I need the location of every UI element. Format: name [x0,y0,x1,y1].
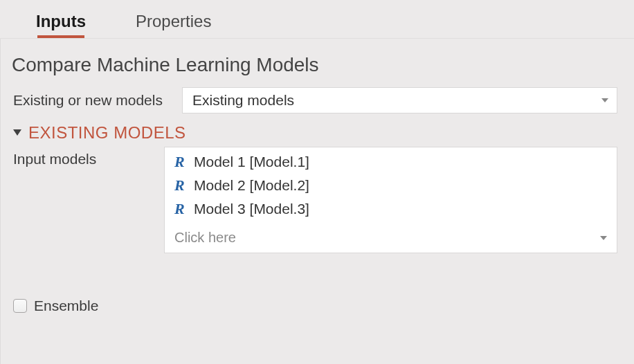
chevron-down-icon [601,98,608,102]
section-existing-models-title: EXISTING MODELS [28,123,186,143]
tab-bar: Inputs Properties [0,0,634,39]
input-model-item[interactable]: R Model 2 [Model.2] [165,174,617,197]
page-title: Compare Machine Learning Models [12,54,617,76]
input-models-add[interactable]: Click here [165,224,617,253]
r-logo-icon: R [174,200,194,218]
ensemble-label: Ensemble [34,298,98,314]
content-area: Compare Machine Learning Models Existing… [0,39,634,364]
ensemble-row: Ensemble [12,298,617,314]
tab-inputs[interactable]: Inputs [32,9,90,38]
input-model-item[interactable]: R Model 1 [Model.1] [165,147,617,174]
input-model-label: Model 1 [Model.1] [194,154,309,170]
input-models-box: R Model 1 [Model.1] R Model 2 [Model.2] … [164,147,617,253]
r-logo-icon: R [174,176,194,194]
tab-properties[interactable]: Properties [132,9,215,38]
compare-models-panel: Inputs Properties Compare Machine Learni… [0,0,634,364]
model-source-row: Existing or new models Existing models [12,87,617,113]
input-models-label: Input models [12,147,164,167]
ensemble-checkbox[interactable] [13,299,27,313]
input-model-label: Model 3 [Model.3] [194,201,309,217]
model-source-select[interactable]: Existing models [182,87,617,113]
model-source-label: Existing or new models [12,92,182,109]
section-existing-models-header[interactable]: EXISTING MODELS [12,123,617,143]
disclosure-triangle-icon [13,129,21,136]
input-models-row: Input models R Model 1 [Model.1] R Model… [12,147,617,253]
model-source-value: Existing models [192,92,294,109]
input-model-item[interactable]: R Model 3 [Model.3] [165,197,617,221]
input-models-placeholder: Click here [174,230,236,246]
r-logo-icon: R [174,153,194,171]
chevron-down-icon [600,236,607,240]
input-model-label: Model 2 [Model.2] [194,177,309,194]
